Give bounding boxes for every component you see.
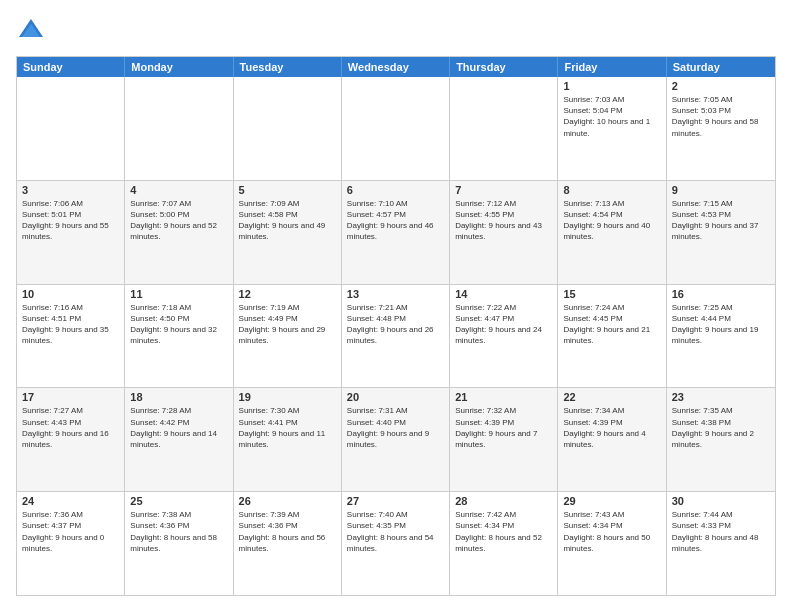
day-info: Sunrise: 7:12 AM Sunset: 4:55 PM Dayligh… — [455, 198, 552, 243]
calendar-cell: 2Sunrise: 7:05 AM Sunset: 5:03 PM Daylig… — [667, 77, 775, 180]
weekday-header: Wednesday — [342, 57, 450, 77]
day-info: Sunrise: 7:07 AM Sunset: 5:00 PM Dayligh… — [130, 198, 227, 243]
day-info: Sunrise: 7:13 AM Sunset: 4:54 PM Dayligh… — [563, 198, 660, 243]
day-info: Sunrise: 7:05 AM Sunset: 5:03 PM Dayligh… — [672, 94, 770, 139]
calendar-cell: 11Sunrise: 7:18 AM Sunset: 4:50 PM Dayli… — [125, 285, 233, 388]
day-info: Sunrise: 7:31 AM Sunset: 4:40 PM Dayligh… — [347, 405, 444, 450]
calendar-cell — [125, 77, 233, 180]
calendar-cell: 17Sunrise: 7:27 AM Sunset: 4:43 PM Dayli… — [17, 388, 125, 491]
day-info: Sunrise: 7:15 AM Sunset: 4:53 PM Dayligh… — [672, 198, 770, 243]
calendar-cell — [17, 77, 125, 180]
day-number: 26 — [239, 495, 336, 507]
day-number: 11 — [130, 288, 227, 300]
day-number: 2 — [672, 80, 770, 92]
day-number: 7 — [455, 184, 552, 196]
day-number: 25 — [130, 495, 227, 507]
weekday-header: Sunday — [17, 57, 125, 77]
page: SundayMondayTuesdayWednesdayThursdayFrid… — [0, 0, 792, 612]
day-number: 6 — [347, 184, 444, 196]
calendar-cell: 5Sunrise: 7:09 AM Sunset: 4:58 PM Daylig… — [234, 181, 342, 284]
day-number: 27 — [347, 495, 444, 507]
calendar-header: SundayMondayTuesdayWednesdayThursdayFrid… — [17, 57, 775, 77]
calendar-row: 17Sunrise: 7:27 AM Sunset: 4:43 PM Dayli… — [17, 387, 775, 491]
calendar-cell: 7Sunrise: 7:12 AM Sunset: 4:55 PM Daylig… — [450, 181, 558, 284]
day-info: Sunrise: 7:43 AM Sunset: 4:34 PM Dayligh… — [563, 509, 660, 554]
day-number: 3 — [22, 184, 119, 196]
weekday-header: Monday — [125, 57, 233, 77]
calendar-cell: 25Sunrise: 7:38 AM Sunset: 4:36 PM Dayli… — [125, 492, 233, 595]
calendar-cell: 9Sunrise: 7:15 AM Sunset: 4:53 PM Daylig… — [667, 181, 775, 284]
logo — [16, 16, 50, 46]
day-number: 8 — [563, 184, 660, 196]
day-info: Sunrise: 7:03 AM Sunset: 5:04 PM Dayligh… — [563, 94, 660, 139]
day-info: Sunrise: 7:35 AM Sunset: 4:38 PM Dayligh… — [672, 405, 770, 450]
calendar-cell: 30Sunrise: 7:44 AM Sunset: 4:33 PM Dayli… — [667, 492, 775, 595]
weekday-header: Tuesday — [234, 57, 342, 77]
day-number: 12 — [239, 288, 336, 300]
calendar-cell: 27Sunrise: 7:40 AM Sunset: 4:35 PM Dayli… — [342, 492, 450, 595]
calendar-cell: 14Sunrise: 7:22 AM Sunset: 4:47 PM Dayli… — [450, 285, 558, 388]
day-number: 21 — [455, 391, 552, 403]
day-info: Sunrise: 7:19 AM Sunset: 4:49 PM Dayligh… — [239, 302, 336, 347]
calendar-cell: 20Sunrise: 7:31 AM Sunset: 4:40 PM Dayli… — [342, 388, 450, 491]
day-info: Sunrise: 7:42 AM Sunset: 4:34 PM Dayligh… — [455, 509, 552, 554]
calendar-cell: 6Sunrise: 7:10 AM Sunset: 4:57 PM Daylig… — [342, 181, 450, 284]
day-number: 16 — [672, 288, 770, 300]
day-info: Sunrise: 7:30 AM Sunset: 4:41 PM Dayligh… — [239, 405, 336, 450]
calendar-row: 1Sunrise: 7:03 AM Sunset: 5:04 PM Daylig… — [17, 77, 775, 180]
day-info: Sunrise: 7:09 AM Sunset: 4:58 PM Dayligh… — [239, 198, 336, 243]
day-number: 28 — [455, 495, 552, 507]
day-number: 17 — [22, 391, 119, 403]
calendar-row: 3Sunrise: 7:06 AM Sunset: 5:01 PM Daylig… — [17, 180, 775, 284]
day-info: Sunrise: 7:36 AM Sunset: 4:37 PM Dayligh… — [22, 509, 119, 554]
day-number: 13 — [347, 288, 444, 300]
day-info: Sunrise: 7:40 AM Sunset: 4:35 PM Dayligh… — [347, 509, 444, 554]
day-number: 9 — [672, 184, 770, 196]
day-number: 10 — [22, 288, 119, 300]
calendar-row: 24Sunrise: 7:36 AM Sunset: 4:37 PM Dayli… — [17, 491, 775, 595]
calendar-cell: 28Sunrise: 7:42 AM Sunset: 4:34 PM Dayli… — [450, 492, 558, 595]
calendar-cell — [234, 77, 342, 180]
calendar-cell: 10Sunrise: 7:16 AM Sunset: 4:51 PM Dayli… — [17, 285, 125, 388]
day-info: Sunrise: 7:16 AM Sunset: 4:51 PM Dayligh… — [22, 302, 119, 347]
calendar-cell: 21Sunrise: 7:32 AM Sunset: 4:39 PM Dayli… — [450, 388, 558, 491]
day-number: 29 — [563, 495, 660, 507]
day-number: 4 — [130, 184, 227, 196]
calendar-cell: 18Sunrise: 7:28 AM Sunset: 4:42 PM Dayli… — [125, 388, 233, 491]
day-info: Sunrise: 7:21 AM Sunset: 4:48 PM Dayligh… — [347, 302, 444, 347]
weekday-header: Saturday — [667, 57, 775, 77]
calendar-cell: 22Sunrise: 7:34 AM Sunset: 4:39 PM Dayli… — [558, 388, 666, 491]
calendar-cell: 4Sunrise: 7:07 AM Sunset: 5:00 PM Daylig… — [125, 181, 233, 284]
calendar-cell: 24Sunrise: 7:36 AM Sunset: 4:37 PM Dayli… — [17, 492, 125, 595]
day-info: Sunrise: 7:32 AM Sunset: 4:39 PM Dayligh… — [455, 405, 552, 450]
calendar-cell: 1Sunrise: 7:03 AM Sunset: 5:04 PM Daylig… — [558, 77, 666, 180]
day-info: Sunrise: 7:18 AM Sunset: 4:50 PM Dayligh… — [130, 302, 227, 347]
calendar-cell: 13Sunrise: 7:21 AM Sunset: 4:48 PM Dayli… — [342, 285, 450, 388]
day-info: Sunrise: 7:38 AM Sunset: 4:36 PM Dayligh… — [130, 509, 227, 554]
weekday-header: Friday — [558, 57, 666, 77]
day-info: Sunrise: 7:22 AM Sunset: 4:47 PM Dayligh… — [455, 302, 552, 347]
calendar-cell: 3Sunrise: 7:06 AM Sunset: 5:01 PM Daylig… — [17, 181, 125, 284]
day-info: Sunrise: 7:25 AM Sunset: 4:44 PM Dayligh… — [672, 302, 770, 347]
calendar-cell — [342, 77, 450, 180]
day-number: 22 — [563, 391, 660, 403]
day-info: Sunrise: 7:34 AM Sunset: 4:39 PM Dayligh… — [563, 405, 660, 450]
day-info: Sunrise: 7:06 AM Sunset: 5:01 PM Dayligh… — [22, 198, 119, 243]
day-info: Sunrise: 7:28 AM Sunset: 4:42 PM Dayligh… — [130, 405, 227, 450]
day-number: 18 — [130, 391, 227, 403]
weekday-header: Thursday — [450, 57, 558, 77]
logo-icon — [16, 16, 46, 46]
day-number: 1 — [563, 80, 660, 92]
day-info: Sunrise: 7:24 AM Sunset: 4:45 PM Dayligh… — [563, 302, 660, 347]
calendar-cell: 26Sunrise: 7:39 AM Sunset: 4:36 PM Dayli… — [234, 492, 342, 595]
calendar-cell: 16Sunrise: 7:25 AM Sunset: 4:44 PM Dayli… — [667, 285, 775, 388]
calendar-cell: 23Sunrise: 7:35 AM Sunset: 4:38 PM Dayli… — [667, 388, 775, 491]
day-number: 19 — [239, 391, 336, 403]
day-number: 15 — [563, 288, 660, 300]
calendar-cell — [450, 77, 558, 180]
day-info: Sunrise: 7:10 AM Sunset: 4:57 PM Dayligh… — [347, 198, 444, 243]
calendar-cell: 29Sunrise: 7:43 AM Sunset: 4:34 PM Dayli… — [558, 492, 666, 595]
calendar-cell: 8Sunrise: 7:13 AM Sunset: 4:54 PM Daylig… — [558, 181, 666, 284]
calendar-body: 1Sunrise: 7:03 AM Sunset: 5:04 PM Daylig… — [17, 77, 775, 595]
day-number: 30 — [672, 495, 770, 507]
